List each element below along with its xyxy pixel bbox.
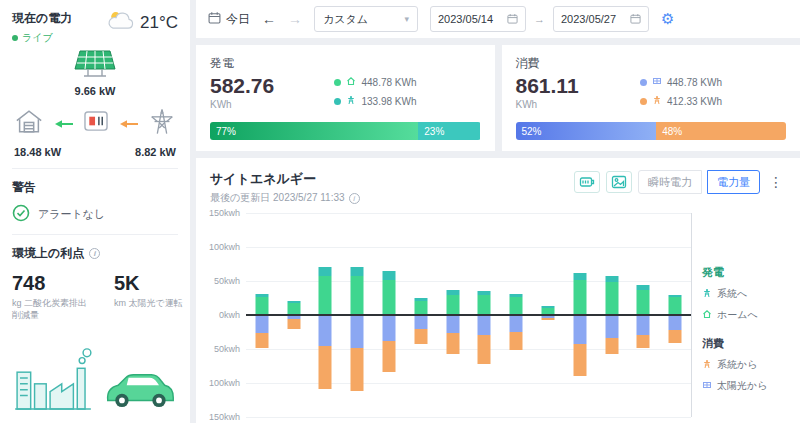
y-tick-label: 100kwh [209,242,240,252]
segment-from_grid [478,335,491,364]
today-label: 今日 [226,11,250,28]
segment-to_home [255,297,268,315]
segment-from_solar [383,315,396,341]
legend-from-solar[interactable]: 太陽光から [702,379,786,393]
current-power-title: 現在の電力 [12,10,72,27]
segment-to_home [637,290,650,315]
sidebar: 現在の電力 ライブ 21°C [0,0,190,423]
segment-to_home [478,295,491,315]
segment-from_solar [669,315,682,330]
consumption-solar-value: 448.78 KWh [667,77,722,88]
date-from-input[interactable]: 2023/05/14 [430,6,526,32]
home-icon [702,309,712,321]
segment-to_home [605,282,618,315]
segment-from_grid [605,338,618,354]
legend-from-solar-label: 太陽光から [717,379,767,393]
app: 現在の電力 ライブ 21°C [0,0,800,423]
solar-power-value: 9.66 kW [12,85,178,97]
prev-period-button[interactable]: ← [262,11,276,27]
live-dot-icon [12,35,18,41]
factory-illustration [12,345,94,415]
main-content: 今日 ← → カスタム ▾ 2023/05/14 → 2023/05/27 [196,0,800,423]
info-icon[interactable]: i [89,248,100,259]
divider [12,234,178,235]
y-tick-label: 50kwh [214,276,240,286]
co2-label: kg 二酸化炭素排出削減量 [12,298,92,321]
generation-grid-value: 133.98 KWh [361,96,416,107]
generation-home-value: 448.78 KWh [361,77,416,88]
energy-tab[interactable]: 電力量 [707,170,760,194]
generation-grid-legend: 133.98 KWh [334,95,416,107]
legend-from-grid-label: 系統から [717,358,757,372]
flow-arrow-from-grid-icon [119,115,139,133]
home-power-value: 18.48 kW [14,146,61,158]
segment-to_home [383,280,396,315]
segment-from_solar [510,315,523,332]
range-preset-select[interactable]: カスタム ▾ [314,6,418,32]
generation-total: 582.76 [210,74,274,98]
benefits-title: 環境上の利点 i [12,245,178,262]
solar-panel-block: 9.66 kW [12,49,178,97]
live-status: ライブ [12,31,72,45]
segment-from_solar [255,315,268,333]
segment-from_grid [637,335,650,348]
alert-status: アラートなし [12,204,178,224]
instant-power-tab[interactable]: 瞬時電力 [638,170,702,194]
divider [12,168,178,169]
weather: 21°C [105,10,178,36]
segment-from_grid [351,348,364,392]
info-icon[interactable]: i [349,193,360,204]
energy-flow-diagram [12,107,178,140]
segment-to_grid [573,273,586,280]
legend-generation-title: 発電 [702,265,786,280]
flow-arrow-to-home-icon [54,115,74,133]
image-export-button[interactable] [606,171,632,193]
y-tick-label: 0kwh [219,310,240,320]
chart-legend: 発電 系統へ ホームへ 消費 [692,213,786,417]
y-tick-label: 150kwh [209,412,240,422]
legend-to-grid[interactable]: 系統へ [702,287,786,301]
home-icon [346,76,356,88]
temperature: 21°C [140,13,178,33]
orange-dot-icon [640,98,647,105]
y-tick-label: 150kwh [209,208,240,218]
co2-benefit: 748 kg 二酸化炭素排出削減量 [12,272,92,321]
segment-from_solar [573,315,586,344]
zero-line [246,314,691,316]
legend-consumption-title: 消費 [702,336,786,351]
segment-from_grid [669,330,682,343]
segment-from_grid [383,341,396,372]
battery-view-button[interactable] [574,171,600,193]
segment-from_solar [478,315,491,335]
warnings-title: 警告 [12,179,178,196]
solar-km-benefit: 5K km 太陽光で運転 [114,272,194,321]
consumption-title: 消費 [516,55,787,72]
segment-to_home [510,297,523,315]
next-period-button[interactable]: → [288,11,302,27]
segment-from_solar [605,315,618,338]
chart-controls: 瞬時電力 電力量 ⋮ [574,170,786,194]
date-from-value: 2023/05/14 [438,13,493,25]
last-updated: 最後の更新日 2023/5/27 11:33 i [210,191,360,205]
today-button[interactable]: 今日 [208,11,250,28]
legend-to-home[interactable]: ホームへ [702,308,786,322]
consumption-grid-value: 412.33 KWh [667,96,722,107]
calendar-icon [507,13,518,26]
grid-icon [652,95,662,107]
date-to-value: 2023/05/27 [561,13,616,25]
more-menu-icon[interactable]: ⋮ [766,174,786,190]
generation-progress: 77% 23% [210,122,481,140]
date-to-input[interactable]: 2023/05/27 [553,6,649,32]
co2-value: 748 [12,272,92,295]
chart-plot [246,213,692,417]
grid-icon [702,359,712,371]
segment-from_grid [541,318,554,319]
settings-gear-icon[interactable]: ⚙ [661,10,674,28]
segment-to_home [319,276,332,315]
benefits-title-label: 環境上の利点 [12,245,84,262]
last-updated-text: 最後の更新日 2023/5/27 11:33 [210,191,345,205]
y-tick-label: 100kwh [209,378,240,388]
legend-from-grid[interactable]: 系統から [702,358,786,372]
consumption-card: 消費 861.11 KWh 448.78 KWh [502,45,800,151]
segment-from_grid [510,332,523,350]
